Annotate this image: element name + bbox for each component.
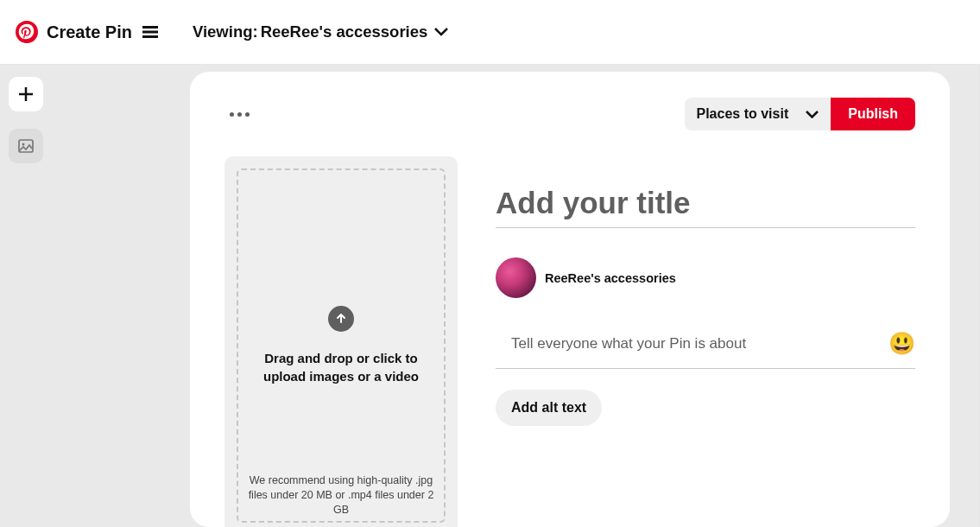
- viewing-board-name: ReeRee's accessories: [261, 22, 428, 41]
- svg-point-5: [22, 143, 25, 146]
- svg-rect-2: [142, 31, 158, 34]
- pin-editor: Places to visit Publish Drag and drop or…: [190, 72, 950, 527]
- svg-rect-3: [142, 35, 158, 38]
- avatar[interactable]: [496, 257, 536, 298]
- upload-main-text: Drag and drop or click to upload images …: [252, 349, 430, 385]
- board-select[interactable]: Places to visit: [685, 98, 831, 130]
- pinterest-logo-icon: [16, 21, 38, 43]
- editor-toolbar: Places to visit Publish: [224, 98, 915, 130]
- board-select-label: Places to visit: [697, 106, 789, 122]
- editor-columns: Drag and drop or click to upload images …: [224, 156, 915, 527]
- viewing-prefix: Viewing:: [193, 22, 258, 41]
- author-name: ReeRee's accessories: [545, 271, 676, 285]
- chevron-down-icon: [434, 28, 448, 36]
- draft-thumbnail[interactable]: [9, 129, 43, 163]
- emoji-picker-button[interactable]: 😃: [888, 331, 915, 356]
- plus-icon: [17, 86, 35, 103]
- image-icon: [18, 138, 34, 154]
- upload-zone: Drag and drop or click to upload images …: [224, 156, 458, 527]
- description-row: 😃: [496, 331, 915, 369]
- dot-icon: [245, 112, 250, 117]
- menu-icon[interactable]: [142, 25, 158, 39]
- title-input[interactable]: [496, 181, 915, 228]
- upload-dropzone[interactable]: Drag and drop or click to upload images …: [237, 168, 446, 523]
- left-rail: [0, 65, 52, 527]
- page-title: Create Pin: [47, 22, 132, 42]
- publish-button[interactable]: Publish: [831, 98, 915, 130]
- workspace: Places to visit Publish Drag and drop or…: [0, 65, 980, 527]
- pin-form: ReeRee's accessories 😃 Add alt text: [496, 156, 915, 527]
- description-input[interactable]: [496, 332, 878, 356]
- upload-icon: [328, 306, 354, 332]
- svg-rect-1: [142, 26, 158, 29]
- chevron-down-icon: [806, 111, 819, 118]
- app-header: Create Pin Viewing: ReeRee's accessories: [0, 0, 980, 65]
- more-options-button[interactable]: [224, 107, 255, 122]
- viewing-board-selector[interactable]: Viewing: ReeRee's accessories: [193, 22, 448, 41]
- dot-icon: [230, 112, 234, 117]
- author-row: ReeRee's accessories: [496, 257, 915, 298]
- add-alt-text-button[interactable]: Add alt text: [496, 390, 602, 426]
- dot-icon: [237, 112, 242, 117]
- upload-hint-text: We recommend using high-quality .jpg fil…: [247, 473, 435, 517]
- add-pin-button[interactable]: [9, 77, 43, 111]
